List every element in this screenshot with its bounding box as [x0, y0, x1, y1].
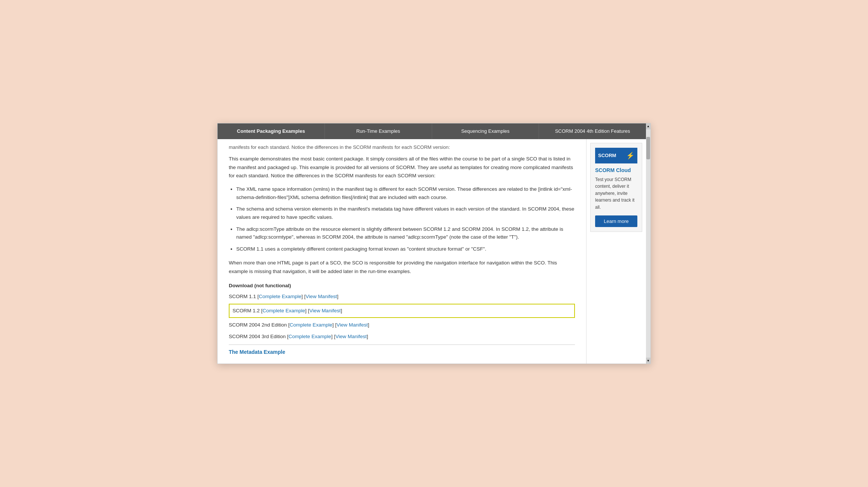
scroll-up-arrow[interactable]: ▲ — [646, 123, 650, 129]
bullet-list: The XML name space information (xmlns) i… — [236, 185, 575, 253]
metadata-example-link[interactable]: The Metadata Example — [229, 349, 285, 355]
content-area: manifests for each standard. Notice the … — [218, 139, 586, 364]
sidebar-description: Test your SCORM content, deliver it anyw… — [595, 176, 637, 211]
scorm2004-3rd-complete-example-link[interactable]: Complete Example — [289, 334, 331, 339]
scorm2004-2nd-suffix: ] — [368, 322, 369, 328]
scorm11-prefix: SCORM 1.1 [ — [229, 294, 259, 299]
scrollbar-thumb[interactable] — [646, 137, 650, 159]
scorm2004-3rd-prefix: SCORM 2004 3rd Edition [ — [229, 334, 289, 339]
nav-content-packaging[interactable]: Content Packaging Examples — [218, 123, 325, 139]
scorm-cloud-link[interactable]: SCORM Cloud — [595, 167, 637, 173]
scroll-down-arrow[interactable]: ▼ — [646, 358, 650, 364]
download-row-scorm2004-3rd: SCORM 2004 3rd Edition [Complete Example… — [229, 332, 575, 341]
scrollbar[interactable]: ▲ ▼ — [646, 123, 650, 364]
scorm12-view-manifest-link[interactable]: View Manifest — [310, 308, 341, 313]
scorm12-suffix: ] — [341, 308, 342, 313]
sidebar: SCORM ⚡ SCORM Cloud Test your SCORM cont… — [586, 139, 646, 364]
scorm11-view-manifest-link[interactable]: View Manifest — [306, 294, 337, 299]
bullet-item-4: SCORM 1.1 uses a completely different co… — [236, 245, 575, 253]
nav-scorm-2004[interactable]: SCORM 2004 4th Edition Features — [539, 123, 646, 139]
bullet-item-2: The schema and schema version elements i… — [236, 205, 575, 221]
scorm2004-3rd-suffix: ] — [367, 334, 368, 339]
download-row-scorm11: SCORM 1.1 [Complete Example] [View Manif… — [229, 292, 575, 301]
scorm2004-2nd-prefix: SCORM 2004 2nd Edition [ — [229, 322, 290, 328]
learn-more-button[interactable]: Learn more — [595, 215, 637, 227]
browser-window: Content Packaging Examples Run-Time Exam… — [217, 123, 651, 364]
sidebar-logo-bar: SCORM ⚡ — [595, 148, 637, 163]
download-row-scorm12: SCORM 1.2 [Complete Example] [View Manif… — [229, 304, 575, 318]
scorm12-complete-example-link[interactable]: Complete Example — [262, 308, 305, 313]
paragraph2: When more than one HTML page is part of … — [229, 259, 575, 276]
top-fade-text: manifests for each standard. Notice the … — [229, 139, 575, 155]
bullet-item-3: The adlcp:scormType attribute on the res… — [236, 225, 575, 241]
scorm12-prefix: SCORM 1.2 [ — [233, 308, 262, 313]
scorm2004-3rd-view-manifest-link[interactable]: View Manifest — [335, 334, 367, 339]
scorm2004-2nd-complete-example-link[interactable]: Complete Example — [290, 322, 332, 328]
top-nav: Content Packaging Examples Run-Time Exam… — [218, 123, 650, 139]
scorm11-middle: ] [ — [301, 294, 305, 299]
download-row-scorm2004-2nd: SCORM 2004 2nd Edition [Complete Example… — [229, 320, 575, 330]
scorm2004-2nd-middle: ] [ — [332, 322, 336, 328]
sidebar-ad-box: SCORM ⚡ SCORM Cloud Test your SCORM cont… — [590, 143, 642, 232]
lightning-icon: ⚡ — [626, 151, 634, 160]
paragraph1: This example demonstrates the most basic… — [229, 155, 575, 180]
scorm11-complete-example-link[interactable]: Complete Example — [259, 294, 301, 299]
sidebar-logo-text: SCORM — [598, 153, 616, 158]
bullet-item-1: The XML name space information (xmlns) i… — [236, 185, 575, 201]
scorm12-middle: ] [ — [305, 308, 309, 313]
download-section: Download (not functional) SCORM 1.1 [Com… — [229, 282, 575, 356]
section-divider — [229, 344, 575, 345]
main-layout: manifests for each standard. Notice the … — [218, 139, 650, 364]
scorm2004-3rd-middle: ] [ — [331, 334, 335, 339]
nav-run-time[interactable]: Run-Time Examples — [325, 123, 432, 139]
nav-sequencing[interactable]: Sequencing Examples — [432, 123, 539, 139]
scorm11-suffix: ] — [337, 294, 338, 299]
download-title: Download (not functional) — [229, 282, 575, 290]
scorm2004-2nd-view-manifest-link[interactable]: View Manifest — [336, 322, 368, 328]
